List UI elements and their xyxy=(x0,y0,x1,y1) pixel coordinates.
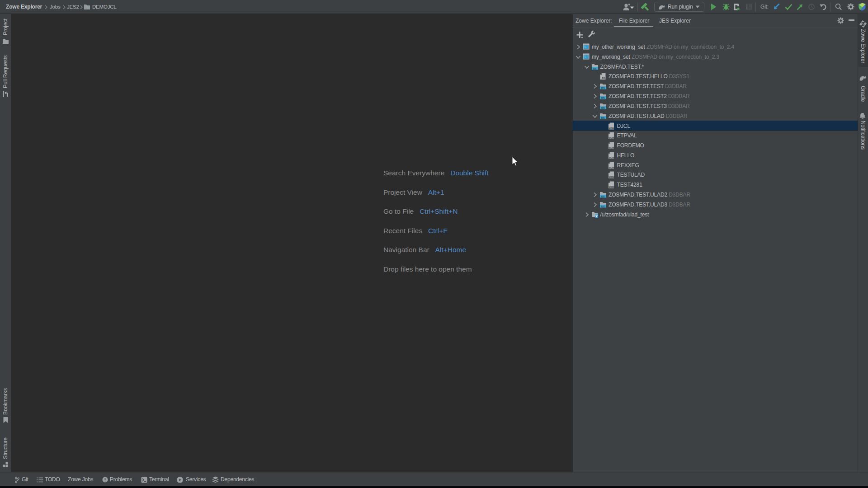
svg-text:MEM: MEM xyxy=(609,156,614,159)
svg-text:DS: DS xyxy=(593,67,597,70)
svg-text:MEM: MEM xyxy=(609,136,614,139)
svg-text:DS: DS xyxy=(601,195,605,198)
svg-text:MEM: MEM xyxy=(609,166,614,169)
svg-text:DS: DS xyxy=(602,77,606,80)
svg-text:MEM: MEM xyxy=(609,186,614,188)
svg-text:DS: DS xyxy=(601,116,605,119)
svg-text:DS: DS xyxy=(601,97,605,99)
svg-text:DS: DS xyxy=(601,205,605,207)
svg-text:DS: DS xyxy=(601,106,605,109)
svg-text:MEM: MEM xyxy=(609,146,614,149)
svg-text:DS: DS xyxy=(601,87,605,89)
svg-text:MEM: MEM xyxy=(609,176,614,178)
svg-text:MEM: MEM xyxy=(609,127,614,130)
